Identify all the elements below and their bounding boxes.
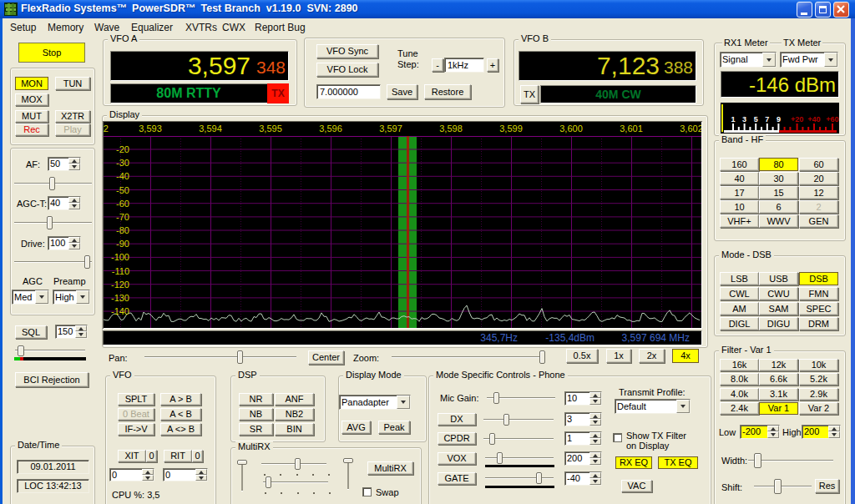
svg-text:+60: +60 [826, 115, 838, 123]
svg-text:+20: +20 [791, 115, 803, 123]
svg-text:9: 9 [777, 115, 781, 123]
svg-text:3,595: 3,595 [259, 123, 282, 134]
svg-text:3,600: 3,600 [559, 123, 583, 134]
svg-text:3,602: 3,602 [680, 123, 701, 134]
svg-text:-140: -140 [111, 306, 129, 316]
svg-text:3,598: 3,598 [439, 123, 463, 134]
svg-text:3,592: 3,592 [104, 123, 109, 134]
svg-text:-50: -50 [116, 185, 129, 195]
svg-text:-80: -80 [116, 225, 129, 235]
svg-text:3,597: 3,597 [379, 123, 402, 134]
svg-text:3,593: 3,593 [139, 123, 162, 134]
svg-text:-130: -130 [111, 293, 129, 303]
svg-text:1: 1 [731, 115, 735, 123]
svg-text:-110: -110 [112, 266, 129, 276]
svg-text:-70: -70 [116, 212, 129, 222]
svg-text:-60: -60 [116, 199, 129, 209]
svg-text:-90: -90 [116, 239, 129, 249]
svg-text:3,596: 3,596 [319, 123, 342, 134]
svg-text:7: 7 [765, 115, 769, 123]
svg-text:-100: -100 [111, 252, 129, 262]
svg-text:3: 3 [742, 115, 746, 123]
svg-text:-40: -40 [116, 171, 129, 181]
svg-text:3,594: 3,594 [199, 123, 222, 134]
svg-text:+40: +40 [807, 115, 820, 123]
svg-text:-120: -120 [111, 280, 129, 290]
svg-text:5: 5 [754, 115, 758, 123]
svg-text:3,601: 3,601 [620, 123, 643, 134]
svg-text:3,599: 3,599 [499, 123, 523, 134]
svg-text:-20: -20 [116, 144, 129, 154]
svg-text:-30: -30 [116, 158, 129, 168]
